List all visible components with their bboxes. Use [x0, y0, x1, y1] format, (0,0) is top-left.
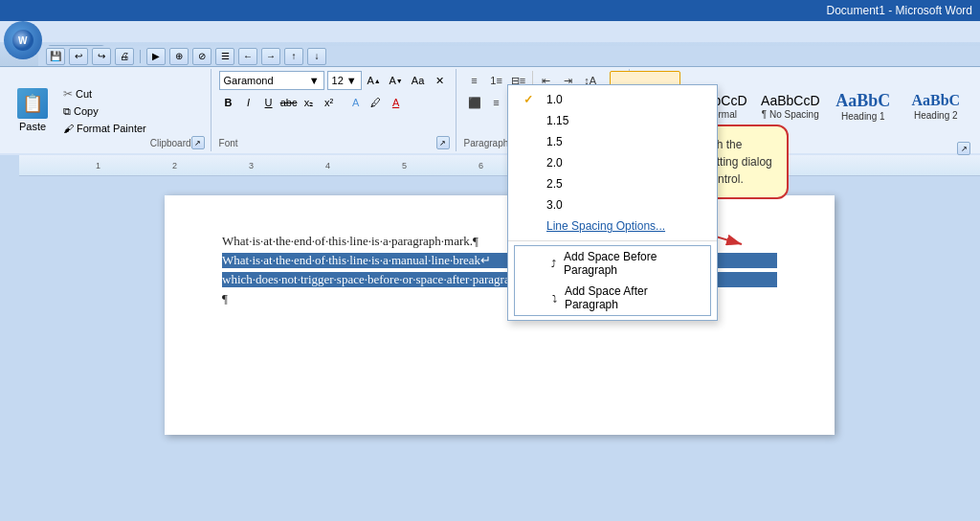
para-label: Paragraph	[464, 138, 509, 148]
font-color-button[interactable]: A	[387, 93, 406, 112]
italic-button[interactable]: I	[239, 93, 258, 112]
add-space-after[interactable]: ⤵ Add Space After Paragraph	[515, 281, 710, 315]
spacing-3-0[interactable]: 3.0	[508, 194, 717, 215]
format-painter-label: Format Painter	[77, 123, 146, 134]
style-item-heading2[interactable]: AaBbC Heading 2	[901, 71, 971, 142]
space-before-icon: ⤴	[551, 259, 556, 269]
superscript-button[interactable]: x²	[320, 93, 339, 112]
paste-button[interactable]: 📋 Paste	[10, 84, 56, 136]
font-label: Font	[219, 138, 238, 148]
style-item-heading1[interactable]: AaBbC Heading 1	[828, 71, 899, 142]
toolbar-btn-4[interactable]: ☰	[215, 48, 234, 65]
bullets-button[interactable]: ≡	[464, 71, 485, 90]
toolbar-btn-8[interactable]: ↓	[307, 48, 326, 65]
spacing-1-5[interactable]: 1.5	[508, 131, 717, 152]
font-group: Garamond ▼ 12 ▼ A▲ A▼ Aa ✕ B I U	[213, 69, 457, 151]
save-button[interactable]: 💾	[46, 48, 65, 65]
style-name-h1: Heading 1	[841, 111, 885, 122]
print-button[interactable]: 🖨	[115, 48, 134, 65]
change-case-button[interactable]: Aa	[409, 71, 428, 90]
strikethrough-button[interactable]: abc	[279, 93, 299, 112]
text-effects-button[interactable]: A	[346, 93, 366, 112]
spacing-2-0[interactable]: 2.0	[508, 152, 717, 173]
left-margin	[0, 155, 19, 521]
toolbar-btn-2[interactable]: ⊕	[169, 48, 189, 65]
line-spacing-menu: 1.0 1.15 1.5 2.0 2.5 3.0 Line Spacing Op…	[507, 84, 718, 321]
underline-button[interactable]: U	[259, 93, 278, 112]
spacing-options-section: 1.0 1.15 1.5 2.0 2.5 3.0 Line Spacing Op…	[508, 85, 717, 241]
clipboard-expand[interactable]: ↗	[191, 136, 205, 149]
document-title: Document1 - Microsoft Word	[827, 4, 973, 17]
subscript-button[interactable]: x₂	[300, 93, 319, 112]
document-page: What·is·at·the·end·of·this·line·is·a·par…	[165, 195, 835, 435]
spacing-1-15[interactable]: 1.15	[508, 110, 717, 131]
title-bar: Document1 - Microsoft Word	[0, 0, 980, 21]
font-format-row: B I U abc x₂ x² A 🖊 A	[219, 93, 450, 112]
spacing-options-link[interactable]: Line Spacing Options...	[508, 215, 717, 237]
format-painter-button[interactable]: 🖌 Format Painter	[59, 121, 150, 136]
cut-button[interactable]: ✂ Cut	[59, 85, 150, 102]
paste-icon: 📋	[17, 88, 48, 119]
style-preview-h2: AaBbC	[911, 93, 960, 108]
toolbar-btn-5[interactable]: ←	[238, 48, 257, 65]
style-preview-h1: AaBbC	[835, 92, 890, 109]
styles-expand[interactable]: ↗	[957, 142, 970, 155]
copy-button[interactable]: ⧉ Copy	[59, 103, 150, 120]
font-shrink-button[interactable]: A▼	[387, 71, 406, 90]
font-size-dropdown[interactable]: 12 ▼	[327, 71, 362, 90]
font-size-value: 12	[332, 75, 344, 86]
copy-icon: ⧉	[63, 105, 71, 118]
style-name-h2: Heading 2	[914, 110, 958, 121]
quick-access-toolbar: 💾 ↩ ↪ 🖨 ▶ ⊕ ⊘ ☰ ← → ↑ ↓	[38, 46, 980, 67]
scissors-icon: ✂	[63, 87, 73, 101]
toolbar-btn-7[interactable]: ↑	[284, 48, 303, 65]
spacing-extra-section: ⤴ Add Space Before Paragraph ⤵ Add Space…	[514, 245, 711, 316]
style-name-nospace: ¶ No Spacing	[762, 109, 819, 120]
add-space-before[interactable]: ⤴ Add Space Before Paragraph	[515, 246, 710, 281]
clipboard-group: 📋 Paste ✂ Cut ⧉ Copy 🖌 Format Painter	[4, 69, 212, 151]
font-name-chevron: ▼	[309, 75, 320, 86]
style-preview-nospace: AaBbCcD	[761, 94, 819, 107]
space-after-icon: ⤵	[552, 293, 557, 304]
spacing-2-5[interactable]: 2.5	[508, 173, 717, 194]
font-size-chevron: ▼	[346, 75, 357, 86]
clear-format-button[interactable]: ✕	[431, 71, 450, 90]
bold-button[interactable]: B	[219, 93, 238, 112]
spacing-1-0[interactable]: 1.0	[508, 89, 717, 110]
font-grow-button[interactable]: A▲	[365, 71, 384, 90]
numbering-button[interactable]: 1≡	[486, 71, 507, 90]
toolbar-btn-1[interactable]: ▶	[146, 48, 166, 65]
undo-button[interactable]: ↩	[69, 48, 88, 65]
document-area: 1 2 3 4 5 6 7 What·is·at·the·end·of·this…	[19, 155, 980, 521]
cut-label: Cut	[76, 88, 92, 100]
font-name-dropdown[interactable]: Garamond ▼	[219, 71, 324, 90]
ruler: 1 2 3 4 5 6 7	[19, 155, 980, 176]
toolbar-btn-6[interactable]: →	[261, 48, 280, 65]
ribbon-content: 📋 Paste ✂ Cut ⧉ Copy 🖌 Format Painter	[0, 67, 980, 153]
copy-label: Copy	[74, 105, 99, 117]
font-expand[interactable]: ↗	[436, 136, 450, 149]
redo-button[interactable]: ↪	[92, 48, 111, 65]
align-center-button[interactable]: ≡	[486, 93, 507, 112]
clipboard-label: Clipboard	[150, 138, 191, 148]
office-button[interactable]: W	[4, 21, 42, 59]
text-highlight-button[interactable]: 🖊	[367, 93, 386, 112]
svg-text:W: W	[18, 35, 28, 46]
clipboard-small-buttons: ✂ Cut ⧉ Copy 🖌 Format Painter	[59, 85, 150, 136]
font-group-bar: Font ↗	[219, 136, 450, 149]
format-painter-icon: 🖌	[63, 123, 74, 134]
toolbar-btn-3[interactable]: ⊘	[192, 48, 212, 65]
font-name-row: Garamond ▼ 12 ▼ A▲ A▼ Aa ✕	[219, 71, 450, 90]
font-name-value: Garamond	[224, 75, 274, 86]
paste-label: Paste	[19, 121, 46, 132]
align-left-button[interactable]: ⬛	[464, 93, 485, 112]
